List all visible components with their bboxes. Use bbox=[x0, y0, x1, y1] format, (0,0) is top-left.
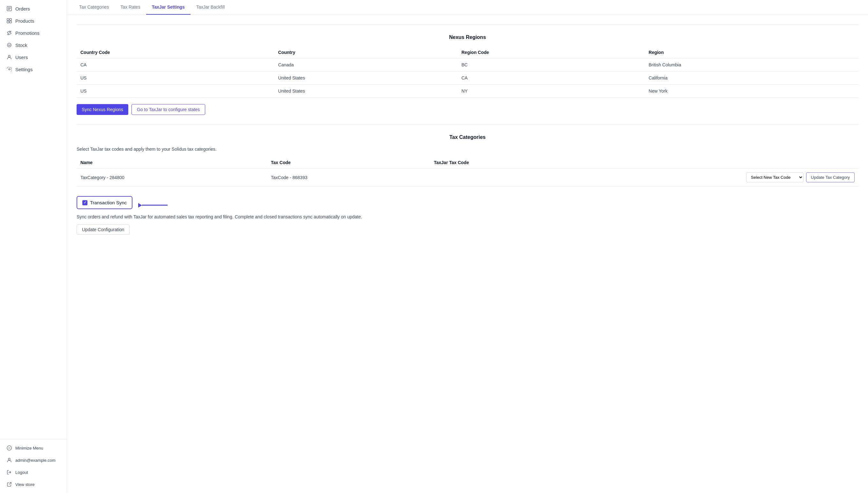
transaction-sync-description: Sync orders and refund with TaxJar for a… bbox=[76, 214, 364, 219]
go-to-taxjar-button[interactable]: Go to TaxJar to configure states bbox=[132, 104, 205, 115]
svg-rect-2 bbox=[9, 19, 12, 20]
logout-icon bbox=[6, 469, 12, 475]
table-row: TaxCategory - 284800 TaxCode - 868393 Se… bbox=[76, 169, 859, 187]
select-new-tax-code[interactable]: Select New Tax Code bbox=[746, 172, 804, 182]
region-bc: British Columbia bbox=[645, 59, 859, 71]
country-code-us-1: US bbox=[76, 71, 274, 85]
tax-categories-table: Name Tax Code TaxJar Tax Code TaxCategor… bbox=[76, 157, 859, 187]
content-area: Nexus Regions Country Code Country Regio… bbox=[67, 15, 868, 244]
promotions-icon bbox=[6, 30, 12, 36]
col-tax-code: Tax Code bbox=[267, 157, 430, 169]
tab-taxjar-backfill[interactable]: TaxJar Backfill bbox=[191, 0, 230, 15]
view-store-link[interactable]: View store bbox=[0, 478, 67, 490]
nexus-regions-table: Country Code Country Region Code Region … bbox=[76, 47, 859, 98]
tab-taxjar-settings[interactable]: TaxJar Settings bbox=[146, 0, 191, 15]
settings-icon bbox=[6, 66, 12, 72]
country-code-us-2: US bbox=[76, 85, 274, 98]
col-country: Country bbox=[274, 47, 458, 59]
sidebar-item-products[interactable]: Products bbox=[0, 15, 67, 27]
svg-point-7 bbox=[9, 44, 10, 45]
update-tax-category-button[interactable]: Update Tax Category bbox=[806, 172, 854, 182]
user-icon bbox=[6, 457, 12, 463]
sidebar: Orders Products Promotions Stock Users bbox=[0, 0, 67, 493]
sidebar-item-orders[interactable]: Orders bbox=[0, 3, 67, 15]
tab-tax-rates[interactable]: Tax Rates bbox=[115, 0, 146, 15]
svg-point-10 bbox=[8, 458, 10, 460]
country-us-2: United States bbox=[274, 85, 458, 98]
country-us-1: United States bbox=[274, 71, 458, 85]
transaction-sync-label: Transaction Sync bbox=[90, 200, 127, 205]
region-code-bc: BC bbox=[458, 59, 645, 71]
users-icon bbox=[6, 54, 12, 60]
table-row: CA Canada BC British Columbia bbox=[76, 59, 859, 71]
main-content: Tax Categories Tax Rates TaxJar Settings… bbox=[67, 0, 868, 493]
region-code-ny: NY bbox=[458, 85, 645, 98]
col-name: Name bbox=[76, 157, 267, 169]
tax-category-name: TaxCategory - 284800 bbox=[76, 169, 267, 187]
stock-icon bbox=[6, 42, 12, 48]
update-configuration-button[interactable]: Update Configuration bbox=[76, 224, 130, 235]
orders-icon bbox=[6, 6, 12, 12]
country-code-ca: CA bbox=[76, 59, 274, 71]
tax-code-value: TaxCode - 868393 bbox=[267, 169, 430, 187]
svg-point-5 bbox=[7, 43, 11, 47]
minimize-menu-button[interactable]: Minimize Menu bbox=[0, 442, 67, 454]
tax-categories-description: Select TaxJar tax codes and apply them t… bbox=[76, 147, 859, 152]
transaction-sync-section: Transaction Sync Sync orders and refund … bbox=[76, 196, 859, 235]
transaction-sync-box: Transaction Sync bbox=[76, 196, 132, 209]
col-country-code: Country Code bbox=[76, 47, 274, 59]
table-row: US United States NY New York bbox=[76, 85, 859, 98]
arrow-head-icon bbox=[138, 203, 142, 208]
arrow-indicator bbox=[138, 203, 168, 208]
admin-email[interactable]: admin@example.com bbox=[0, 454, 67, 466]
region-california: California bbox=[645, 71, 859, 85]
nexus-regions-divider bbox=[76, 25, 859, 25]
tax-actions: Select New Tax Code Update Tax Category bbox=[434, 172, 854, 182]
region-new-york: New York bbox=[645, 85, 859, 98]
sidebar-item-stock[interactable]: Stock bbox=[0, 39, 67, 51]
transaction-sync-checkbox[interactable] bbox=[82, 200, 87, 205]
sidebar-item-settings[interactable]: Settings bbox=[0, 63, 67, 76]
sync-nexus-regions-button[interactable]: Sync Nexus Regions bbox=[76, 104, 128, 115]
sync-row: Transaction Sync bbox=[76, 196, 859, 214]
products-icon bbox=[6, 18, 12, 24]
sidebar-nav: Orders Products Promotions Stock Users bbox=[0, 0, 67, 439]
arrow-line bbox=[142, 205, 168, 206]
col-region: Region bbox=[645, 47, 859, 59]
tabs-bar: Tax Categories Tax Rates TaxJar Settings… bbox=[67, 0, 868, 15]
sidebar-item-users[interactable]: Users bbox=[0, 51, 67, 63]
region-code-ca: CA bbox=[458, 71, 645, 85]
svg-point-8 bbox=[8, 55, 10, 57]
svg-rect-4 bbox=[9, 21, 12, 23]
sidebar-item-promotions[interactable]: Promotions bbox=[0, 27, 67, 39]
country-canada: Canada bbox=[274, 59, 458, 71]
minimize-icon bbox=[6, 445, 12, 451]
svg-point-6 bbox=[8, 44, 9, 45]
table-row: US United States CA California bbox=[76, 71, 859, 85]
logout-button[interactable]: Logout bbox=[0, 466, 67, 478]
tab-tax-categories[interactable]: Tax Categories bbox=[73, 0, 115, 15]
tax-categories-divider bbox=[76, 125, 859, 125]
nexus-buttons-row: Sync Nexus Regions Go to TaxJar to confi… bbox=[76, 104, 859, 115]
svg-rect-1 bbox=[7, 19, 9, 20]
tax-categories-title: Tax Categories bbox=[76, 131, 859, 140]
col-taxjar-tax-code: TaxJar Tax Code bbox=[430, 157, 859, 169]
nexus-regions-title: Nexus Regions bbox=[76, 31, 859, 40]
svg-rect-3 bbox=[7, 21, 9, 23]
taxjar-tax-code-actions: Select New Tax Code Update Tax Category bbox=[430, 169, 859, 187]
col-region-code: Region Code bbox=[458, 47, 645, 59]
sidebar-bottom: Minimize Menu admin@example.com Logout V… bbox=[0, 439, 67, 493]
external-icon bbox=[6, 481, 12, 487]
